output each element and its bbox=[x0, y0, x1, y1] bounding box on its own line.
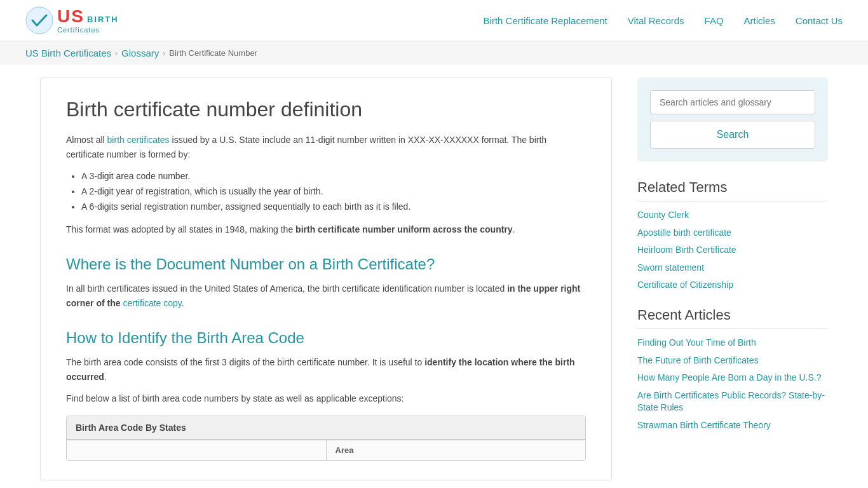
article-how-many[interactable]: How Many People Are Born a Day in the U.… bbox=[637, 372, 821, 383]
nav-vital-records[interactable]: Vital Records bbox=[628, 15, 684, 26]
table-col-area: Area bbox=[327, 440, 586, 460]
certificate-copy-link[interactable]: certificate copy bbox=[123, 298, 181, 308]
list-item: Finding Out Your Time of Birth bbox=[637, 337, 828, 349]
format-note-bold: birth certificate number uniform across … bbox=[295, 224, 513, 234]
intro-paragraph: Almost all birth certificates issued by … bbox=[66, 133, 586, 161]
nav-birth-certificate-replacement[interactable]: Birth Certificate Replacement bbox=[484, 15, 607, 26]
related-heirloom[interactable]: Heirloom Birth Certificate bbox=[637, 245, 736, 255]
nav-articles[interactable]: Articles bbox=[744, 15, 775, 26]
list-item: Apostille birth certificate bbox=[637, 227, 828, 240]
article-strawman[interactable]: Strawman Birth Certificate Theory bbox=[637, 420, 771, 430]
related-citizenship[interactable]: Certificate of Citizenship bbox=[637, 280, 733, 290]
section3-suffix: . bbox=[104, 372, 107, 382]
site-header: US BIRTH Certificates Birth Certificate … bbox=[0, 0, 868, 41]
svg-point-0 bbox=[26, 7, 53, 34]
related-apostille[interactable]: Apostille birth certificate bbox=[637, 227, 731, 238]
recent-articles-list: Finding Out Your Time of Birth The Futur… bbox=[637, 337, 828, 432]
section3-paragraph: The birth area code consists of the firs… bbox=[66, 355, 586, 384]
site-logo[interactable]: US BIRTH Certificates bbox=[25, 6, 119, 34]
main-container: Birth certificate number definition Almo… bbox=[15, 65, 853, 488]
related-terms-section: Related Terms County Clerk Apostille bir… bbox=[637, 179, 828, 292]
table-col-state bbox=[67, 440, 327, 460]
logo-birth: BIRTH bbox=[87, 15, 119, 24]
section3-text: The birth area code consists of the firs… bbox=[66, 357, 424, 367]
section3-text2: Find below a list of birth area code num… bbox=[66, 391, 586, 405]
format-note-suffix: . bbox=[513, 224, 515, 234]
page-title: Birth certificate number definition bbox=[66, 97, 586, 121]
main-nav: Birth Certificate Replacement Vital Reco… bbox=[484, 15, 843, 26]
table-columns: Area bbox=[67, 440, 585, 460]
intro-text-prefix: Almost all bbox=[66, 135, 107, 145]
birth-certificates-link[interactable]: birth certificates bbox=[107, 135, 170, 145]
related-terms-heading: Related Terms bbox=[637, 179, 828, 201]
related-sworn[interactable]: Sworn statement bbox=[637, 262, 704, 273]
search-button[interactable]: Search bbox=[650, 121, 815, 149]
nav-contact-us[interactable]: Contact Us bbox=[796, 15, 843, 26]
logo-certificates: Certificates bbox=[57, 26, 119, 34]
bullet-1: A 3-digit area code number. bbox=[81, 169, 586, 184]
list-item: How Many People Are Born a Day in the U.… bbox=[637, 372, 828, 384]
section3-heading: How to Identify the Birth Area Code bbox=[66, 328, 586, 348]
recent-articles-heading: Recent Articles bbox=[637, 307, 828, 329]
bullet-3: A 6-digits serial registration number, a… bbox=[81, 200, 586, 215]
birth-area-code-table: Birth Area Code By States Area bbox=[66, 416, 586, 461]
bullet-2: A 2-digit year of registration, which is… bbox=[81, 184, 586, 200]
article-public-records[interactable]: Are Birth Certificates Public Records? S… bbox=[637, 390, 825, 413]
content-area: Birth certificate number definition Almo… bbox=[40, 78, 612, 480]
list-item: The Future of Birth Certificates bbox=[637, 355, 828, 367]
article-future[interactable]: The Future of Birth Certificates bbox=[637, 355, 759, 365]
list-item: Sworn statement bbox=[637, 262, 828, 274]
list-item: Heirloom Birth Certificate bbox=[637, 244, 828, 257]
list-item: County Clerk bbox=[637, 209, 828, 222]
breadcrumb-home[interactable]: US Birth Certificates bbox=[25, 48, 111, 58]
logo-icon bbox=[25, 6, 53, 34]
list-item: Strawman Birth Certificate Theory bbox=[637, 419, 828, 432]
breadcrumb: US Birth Certificates › Glossary › Birth… bbox=[0, 41, 868, 65]
section2-suffix: . bbox=[182, 298, 184, 308]
logo-text: US BIRTH Certificates bbox=[57, 7, 119, 34]
related-terms-list: County Clerk Apostille birth certificate… bbox=[637, 209, 828, 292]
search-box: Search bbox=[637, 78, 828, 161]
related-county-clerk[interactable]: County Clerk bbox=[637, 210, 689, 220]
list-item: Certificate of Citizenship bbox=[637, 279, 828, 292]
breadcrumb-glossary[interactable]: Glossary bbox=[121, 48, 159, 58]
breadcrumb-sep1: › bbox=[115, 49, 118, 58]
breadcrumb-sep2: › bbox=[163, 49, 165, 58]
breadcrumb-current: Birth Certificate Number bbox=[169, 48, 257, 58]
sidebar: Search Related Terms County Clerk Aposti… bbox=[637, 78, 828, 480]
bullet-list: A 3-digit area code number. A 2-digit ye… bbox=[81, 169, 586, 214]
section2-paragraph: In all birth certificates issued in the … bbox=[66, 281, 586, 310]
search-input[interactable] bbox=[650, 90, 815, 114]
nav-faq[interactable]: FAQ bbox=[705, 15, 724, 26]
format-note-prefix: This format was adopted by all states in… bbox=[66, 224, 295, 234]
table-header: Birth Area Code By States bbox=[67, 416, 585, 440]
format-note: This format was adopted by all states in… bbox=[66, 222, 586, 236]
logo-us: US bbox=[57, 7, 85, 27]
list-item: Are Birth Certificates Public Records? S… bbox=[637, 390, 828, 414]
section2-heading: Where is the Document Number on a Birth … bbox=[66, 254, 586, 274]
recent-articles-section: Recent Articles Finding Out Your Time of… bbox=[637, 307, 828, 432]
article-finding-out[interactable]: Finding Out Your Time of Birth bbox=[637, 337, 756, 348]
section2-text-prefix: In all birth certificates issued in the … bbox=[66, 283, 507, 294]
